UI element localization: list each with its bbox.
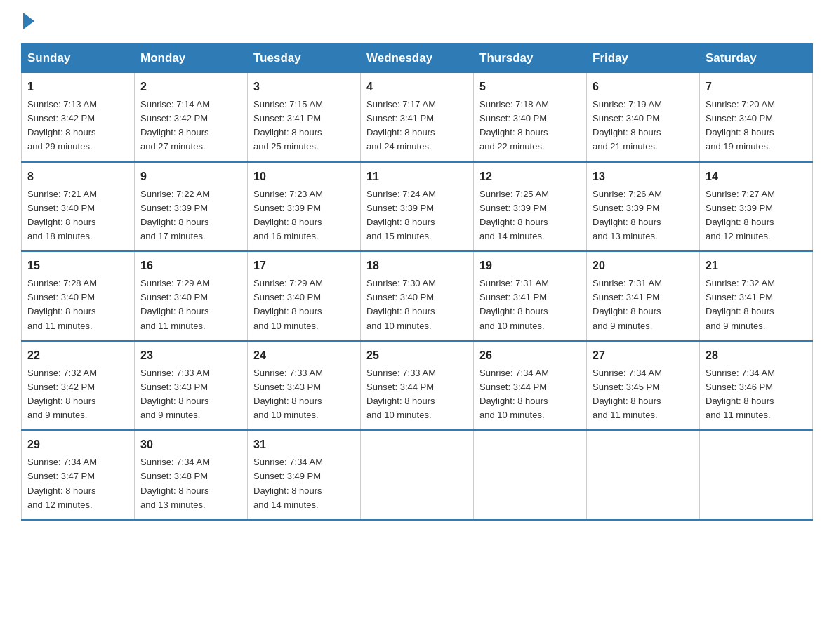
calendar-cell bbox=[587, 430, 700, 520]
calendar-cell: 3Sunrise: 7:15 AMSunset: 3:41 PMDaylight… bbox=[248, 73, 361, 162]
calendar-cell: 30Sunrise: 7:34 AMSunset: 3:48 PMDayligh… bbox=[135, 430, 248, 520]
day-info: Sunrise: 7:32 AMSunset: 3:41 PMDaylight:… bbox=[706, 276, 807, 333]
day-number: 18 bbox=[366, 257, 468, 274]
day-number: 25 bbox=[366, 347, 468, 364]
calendar-cell: 8Sunrise: 7:21 AMSunset: 3:40 PMDaylight… bbox=[22, 162, 135, 252]
day-number: 11 bbox=[366, 168, 468, 185]
day-number: 3 bbox=[253, 79, 355, 95]
calendar-cell: 16Sunrise: 7:29 AMSunset: 3:40 PMDayligh… bbox=[135, 251, 248, 341]
calendar-cell: 17Sunrise: 7:29 AMSunset: 3:40 PMDayligh… bbox=[248, 251, 361, 341]
day-number: 20 bbox=[593, 257, 694, 274]
day-number: 21 bbox=[706, 257, 807, 274]
weekday-header-thursday: Thursday bbox=[474, 44, 587, 73]
day-number: 1 bbox=[27, 79, 128, 95]
day-info: Sunrise: 7:33 AMSunset: 3:43 PMDaylight:… bbox=[140, 366, 241, 423]
calendar-cell: 19Sunrise: 7:31 AMSunset: 3:41 PMDayligh… bbox=[474, 251, 587, 341]
calendar-cell: 13Sunrise: 7:26 AMSunset: 3:39 PMDayligh… bbox=[587, 162, 700, 252]
calendar-cell: 15Sunrise: 7:28 AMSunset: 3:40 PMDayligh… bbox=[22, 251, 135, 341]
calendar-cell: 23Sunrise: 7:33 AMSunset: 3:43 PMDayligh… bbox=[135, 341, 248, 431]
day-number: 13 bbox=[593, 168, 694, 185]
calendar-cell bbox=[700, 430, 813, 520]
day-info: Sunrise: 7:33 AMSunset: 3:44 PMDaylight:… bbox=[366, 366, 468, 423]
weekday-header-wednesday: Wednesday bbox=[361, 44, 474, 73]
day-info: Sunrise: 7:33 AMSunset: 3:43 PMDaylight:… bbox=[253, 366, 355, 423]
calendar-table: SundayMondayTuesdayWednesdayThursdayFrid… bbox=[21, 43, 813, 521]
day-number: 23 bbox=[140, 347, 241, 364]
calendar-cell bbox=[474, 430, 587, 520]
day-info: Sunrise: 7:19 AMSunset: 3:40 PMDaylight:… bbox=[593, 98, 694, 154]
day-info: Sunrise: 7:20 AMSunset: 3:40 PMDaylight:… bbox=[706, 98, 807, 154]
calendar-week-row: 8Sunrise: 7:21 AMSunset: 3:40 PMDaylight… bbox=[22, 162, 813, 252]
calendar-cell: 12Sunrise: 7:25 AMSunset: 3:39 PMDayligh… bbox=[474, 162, 587, 252]
calendar-header-row: SundayMondayTuesdayWednesdayThursdayFrid… bbox=[22, 44, 813, 73]
calendar-cell: 31Sunrise: 7:34 AMSunset: 3:49 PMDayligh… bbox=[248, 430, 361, 520]
calendar-week-row: 1Sunrise: 7:13 AMSunset: 3:42 PMDaylight… bbox=[22, 73, 813, 162]
calendar-cell bbox=[361, 430, 474, 520]
day-number: 27 bbox=[593, 347, 694, 364]
calendar-cell: 7Sunrise: 7:20 AMSunset: 3:40 PMDaylight… bbox=[700, 73, 813, 162]
calendar-cell: 5Sunrise: 7:18 AMSunset: 3:40 PMDaylight… bbox=[474, 73, 587, 162]
day-info: Sunrise: 7:31 AMSunset: 3:41 PMDaylight:… bbox=[593, 276, 694, 333]
calendar-cell: 27Sunrise: 7:34 AMSunset: 3:45 PMDayligh… bbox=[587, 341, 700, 431]
calendar-cell: 1Sunrise: 7:13 AMSunset: 3:42 PMDaylight… bbox=[22, 73, 135, 162]
calendar-cell: 20Sunrise: 7:31 AMSunset: 3:41 PMDayligh… bbox=[587, 251, 700, 341]
day-info: Sunrise: 7:29 AMSunset: 3:40 PMDaylight:… bbox=[140, 276, 241, 333]
day-info: Sunrise: 7:31 AMSunset: 3:41 PMDaylight:… bbox=[479, 276, 581, 333]
weekday-header-sunday: Sunday bbox=[22, 44, 135, 73]
calendar-cell: 14Sunrise: 7:27 AMSunset: 3:39 PMDayligh… bbox=[700, 162, 813, 252]
day-number: 12 bbox=[479, 168, 581, 185]
calendar-cell: 29Sunrise: 7:34 AMSunset: 3:47 PMDayligh… bbox=[22, 430, 135, 520]
day-number: 31 bbox=[253, 436, 355, 453]
day-number: 10 bbox=[253, 168, 355, 185]
day-info: Sunrise: 7:27 AMSunset: 3:39 PMDaylight:… bbox=[706, 187, 807, 244]
calendar-cell: 22Sunrise: 7:32 AMSunset: 3:42 PMDayligh… bbox=[22, 341, 135, 431]
day-number: 6 bbox=[593, 79, 694, 95]
day-info: Sunrise: 7:30 AMSunset: 3:40 PMDaylight:… bbox=[366, 276, 468, 333]
calendar-cell: 4Sunrise: 7:17 AMSunset: 3:41 PMDaylight… bbox=[361, 73, 474, 162]
day-info: Sunrise: 7:26 AMSunset: 3:39 PMDaylight:… bbox=[593, 187, 694, 244]
calendar-cell: 24Sunrise: 7:33 AMSunset: 3:43 PMDayligh… bbox=[248, 341, 361, 431]
day-number: 16 bbox=[140, 257, 241, 274]
day-info: Sunrise: 7:34 AMSunset: 3:48 PMDaylight:… bbox=[140, 455, 241, 512]
day-info: Sunrise: 7:23 AMSunset: 3:39 PMDaylight:… bbox=[253, 187, 355, 244]
day-info: Sunrise: 7:18 AMSunset: 3:40 PMDaylight:… bbox=[479, 98, 581, 154]
day-info: Sunrise: 7:22 AMSunset: 3:39 PMDaylight:… bbox=[140, 187, 241, 244]
calendar-week-row: 22Sunrise: 7:32 AMSunset: 3:42 PMDayligh… bbox=[22, 341, 813, 431]
day-number: 7 bbox=[706, 79, 807, 95]
weekday-header-saturday: Saturday bbox=[700, 44, 813, 73]
calendar-cell: 21Sunrise: 7:32 AMSunset: 3:41 PMDayligh… bbox=[700, 251, 813, 341]
day-number: 14 bbox=[706, 168, 807, 185]
day-info: Sunrise: 7:32 AMSunset: 3:42 PMDaylight:… bbox=[27, 366, 128, 423]
day-number: 2 bbox=[140, 79, 241, 95]
calendar-cell: 10Sunrise: 7:23 AMSunset: 3:39 PMDayligh… bbox=[248, 162, 361, 252]
page-header bbox=[21, 14, 813, 31]
day-info: Sunrise: 7:25 AMSunset: 3:39 PMDaylight:… bbox=[479, 187, 581, 244]
day-number: 26 bbox=[479, 347, 581, 364]
calendar-cell: 26Sunrise: 7:34 AMSunset: 3:44 PMDayligh… bbox=[474, 341, 587, 431]
calendar-cell: 11Sunrise: 7:24 AMSunset: 3:39 PMDayligh… bbox=[361, 162, 474, 252]
calendar-cell: 2Sunrise: 7:14 AMSunset: 3:42 PMDaylight… bbox=[135, 73, 248, 162]
calendar-cell: 9Sunrise: 7:22 AMSunset: 3:39 PMDaylight… bbox=[135, 162, 248, 252]
calendar-cell: 25Sunrise: 7:33 AMSunset: 3:44 PMDayligh… bbox=[361, 341, 474, 431]
day-number: 8 bbox=[27, 168, 128, 185]
weekday-header-friday: Friday bbox=[587, 44, 700, 73]
day-number: 22 bbox=[27, 347, 128, 364]
day-info: Sunrise: 7:28 AMSunset: 3:40 PMDaylight:… bbox=[27, 276, 128, 333]
day-number: 17 bbox=[253, 257, 355, 274]
day-info: Sunrise: 7:14 AMSunset: 3:42 PMDaylight:… bbox=[140, 98, 241, 154]
day-number: 4 bbox=[366, 79, 468, 95]
day-info: Sunrise: 7:21 AMSunset: 3:40 PMDaylight:… bbox=[27, 187, 128, 244]
calendar-cell: 18Sunrise: 7:30 AMSunset: 3:40 PMDayligh… bbox=[361, 251, 474, 341]
day-info: Sunrise: 7:34 AMSunset: 3:46 PMDaylight:… bbox=[706, 366, 807, 423]
day-number: 29 bbox=[27, 436, 128, 453]
day-info: Sunrise: 7:34 AMSunset: 3:45 PMDaylight:… bbox=[593, 366, 694, 423]
day-number: 19 bbox=[479, 257, 581, 274]
day-number: 9 bbox=[140, 168, 241, 185]
day-info: Sunrise: 7:34 AMSunset: 3:49 PMDaylight:… bbox=[253, 455, 355, 512]
logo bbox=[21, 14, 34, 31]
day-info: Sunrise: 7:29 AMSunset: 3:40 PMDaylight:… bbox=[253, 276, 355, 333]
calendar-week-row: 15Sunrise: 7:28 AMSunset: 3:40 PMDayligh… bbox=[22, 251, 813, 341]
logo-arrow-icon bbox=[23, 13, 34, 29]
day-number: 24 bbox=[253, 347, 355, 364]
day-number: 5 bbox=[479, 79, 581, 95]
